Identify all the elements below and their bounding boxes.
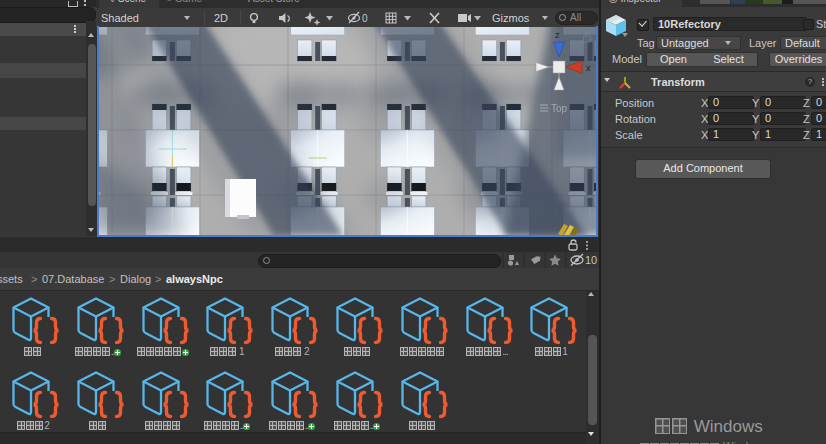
svg-text:Top: Top [551, 103, 568, 114]
svg-text:0: 0 [362, 13, 368, 24]
svg-text:z: z [555, 30, 560, 40]
svg-text:10: 10 [585, 254, 597, 266]
svg-text:x: x [586, 63, 591, 73]
